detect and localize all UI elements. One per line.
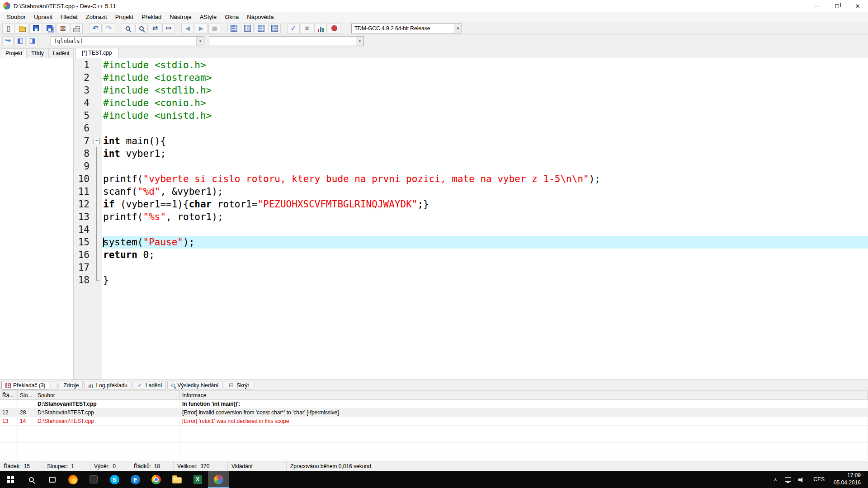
open-file-button[interactable] xyxy=(16,23,28,34)
code-line-3[interactable]: 3#include <stdlib.h> xyxy=(74,84,868,97)
compiler-select[interactable]: TDM-GCC 4.9.2 64-bit Release ▾ xyxy=(351,23,462,33)
issue-row[interactable]: D:\Stahování\TEST.cppIn function 'int ma… xyxy=(0,400,868,408)
menu-hledat[interactable]: Hledat xyxy=(57,12,82,22)
taskbar-devcpp[interactable] xyxy=(208,471,229,488)
column-info[interactable]: Informace xyxy=(180,391,868,399)
profile-button[interactable] xyxy=(314,23,327,34)
menu-okna[interactable]: Okna xyxy=(221,12,243,22)
fold-gutter xyxy=(92,261,102,274)
find-button[interactable] xyxy=(122,23,134,34)
close-button[interactable]: × xyxy=(847,0,868,12)
code-line-11[interactable]: 11scanf("%d", &vyber1); xyxy=(74,185,868,198)
forward-button[interactable] xyxy=(195,23,208,34)
start-button[interactable] xyxy=(0,471,21,488)
column-line[interactable]: Řá... xyxy=(0,391,18,399)
taskbar-task-view[interactable] xyxy=(42,471,62,488)
code-line-18[interactable]: 18} xyxy=(74,274,868,286)
tab-test-cpp[interactable]: [*] TEST.cpp xyxy=(75,48,118,58)
find-in-files-button[interactable] xyxy=(135,23,148,34)
back-button[interactable] xyxy=(181,23,194,34)
code-line-8[interactable]: 8int vyber1; xyxy=(74,147,868,160)
hidden-icons-chevron[interactable]: ∧ xyxy=(769,477,781,483)
taskbar-file-explorer[interactable] xyxy=(166,471,187,488)
globals-select[interactable]: (globals) ▾ xyxy=(51,36,204,46)
volume-icon[interactable] xyxy=(798,477,805,482)
tab-vysledky-hledani[interactable]: Výsledky hledání xyxy=(167,381,222,389)
column-file[interactable]: Soubor xyxy=(35,391,180,399)
close-file-button[interactable] xyxy=(57,23,69,34)
line-number: 1 xyxy=(74,59,92,71)
menu-projekt[interactable]: Projekt xyxy=(111,12,137,22)
goto-line-button[interactable] xyxy=(162,23,175,34)
code-line-17[interactable]: 17 xyxy=(74,261,868,274)
code-line-1[interactable]: 1#include <stdio.h> xyxy=(74,59,868,71)
code-text: printf("%s", rotor1); xyxy=(102,211,868,223)
tab-log-prekladu[interactable]: Log překladu xyxy=(84,381,131,389)
menu-soubor[interactable]: Soubor xyxy=(3,12,30,22)
undo-button[interactable] xyxy=(89,23,102,34)
delete-profiling-button[interactable] xyxy=(328,23,340,34)
taskbar-chrome[interactable] xyxy=(146,471,166,488)
tab-tridy[interactable]: Třídy xyxy=(27,48,48,58)
rebuild-button[interactable] xyxy=(268,23,281,34)
taskbar-firefox[interactable] xyxy=(62,471,83,488)
code-text: system("Pause"); xyxy=(102,236,868,249)
column-column[interactable]: Slo... xyxy=(18,391,35,399)
menu-upravit[interactable]: Upravit xyxy=(30,12,57,22)
code-line-15[interactable]: 15system("Pause"); xyxy=(74,236,868,249)
tab-skryt[interactable]: Skrýt xyxy=(224,381,253,389)
code-line-9[interactable]: 9 xyxy=(74,160,868,173)
code-line-2[interactable]: 2#include <iostream> xyxy=(74,71,868,84)
save-button[interactable] xyxy=(29,23,42,34)
menu-nastroje[interactable]: Nástroje xyxy=(165,12,195,22)
run-button[interactable] xyxy=(241,23,254,34)
compile-button[interactable] xyxy=(227,23,240,34)
compile-and-run-button[interactable] xyxy=(255,23,267,34)
tab-prekladac-3[interactable]: Překladač (3) xyxy=(1,381,49,389)
project-panel[interactable] xyxy=(0,58,74,380)
toggle-bookmarks-button[interactable] xyxy=(14,36,26,46)
issue-row[interactable]: 1228D:\Stahování\TEST.cpp[Error] invalid… xyxy=(0,408,868,417)
minimize-button[interactable] xyxy=(806,0,826,12)
code-line-6[interactable]: 6 xyxy=(74,122,868,135)
menu-napoveda[interactable]: Nápověda xyxy=(243,12,278,22)
maximize-button[interactable] xyxy=(826,0,847,12)
print-button[interactable] xyxy=(70,23,83,34)
taskbar-app-dark[interactable] xyxy=(83,471,104,488)
tab-projekt[interactable]: Projekt xyxy=(1,48,27,58)
clean-button[interactable] xyxy=(301,23,313,34)
network-icon[interactable] xyxy=(785,477,791,482)
abort-button[interactable] xyxy=(208,23,221,34)
goto-bookmarks-button[interactable] xyxy=(27,36,38,46)
language-indicator[interactable]: CES xyxy=(809,476,829,483)
menu-preklad[interactable]: Překlad xyxy=(137,12,165,22)
tab-ladeni[interactable]: Ladění xyxy=(48,48,74,58)
save-all-button[interactable] xyxy=(43,23,56,34)
clock[interactable]: 17:09 05.04.2016 xyxy=(829,472,865,486)
code-line-10[interactable]: 10printf("vyberte si cislo rotoru, ktery… xyxy=(74,173,868,185)
taskbar-edge[interactable] xyxy=(125,471,146,488)
issue-row[interactable]: 1314D:\Stahování\TEST.cpp[Error] 'rotor1… xyxy=(0,417,868,426)
code-editor[interactable]: 1#include <stdio.h>2#include <iostream>3… xyxy=(74,58,868,380)
members-select[interactable]: ▾ xyxy=(209,36,364,46)
new-file-button[interactable] xyxy=(2,23,15,34)
insert-button[interactable] xyxy=(2,36,14,46)
code-line-13[interactable]: 13printf("%s", rotor1); xyxy=(74,211,868,223)
syntax-check-button[interactable] xyxy=(287,23,300,34)
code-line-4[interactable]: 4#include <conio.h> xyxy=(74,97,868,109)
tab-zdroje[interactable]: Zdroje xyxy=(51,381,83,389)
code-line-12[interactable]: 12if (vyber1==1){char rotor1="PEZUOHXSCV… xyxy=(74,198,868,211)
redo-button[interactable] xyxy=(103,23,115,34)
fold-toggle-icon[interactable] xyxy=(92,135,102,147)
replace-button[interactable] xyxy=(149,23,161,34)
code-line-5[interactable]: 5#include <unistd.h> xyxy=(74,109,868,122)
taskbar-excel[interactable] xyxy=(187,471,208,488)
taskbar-search[interactable] xyxy=(21,471,42,488)
code-line-14[interactable]: 14 xyxy=(74,223,868,236)
menu-astyle[interactable]: AStyle xyxy=(196,12,221,22)
tab-ladeni[interactable]: Ladění xyxy=(133,381,166,389)
menu-zobrazit[interactable]: Zobrazit xyxy=(82,12,111,22)
code-line-7[interactable]: 7int main(){ xyxy=(74,135,868,147)
taskbar-skype[interactable] xyxy=(104,471,125,488)
code-line-16[interactable]: 16return 0; xyxy=(74,249,868,261)
